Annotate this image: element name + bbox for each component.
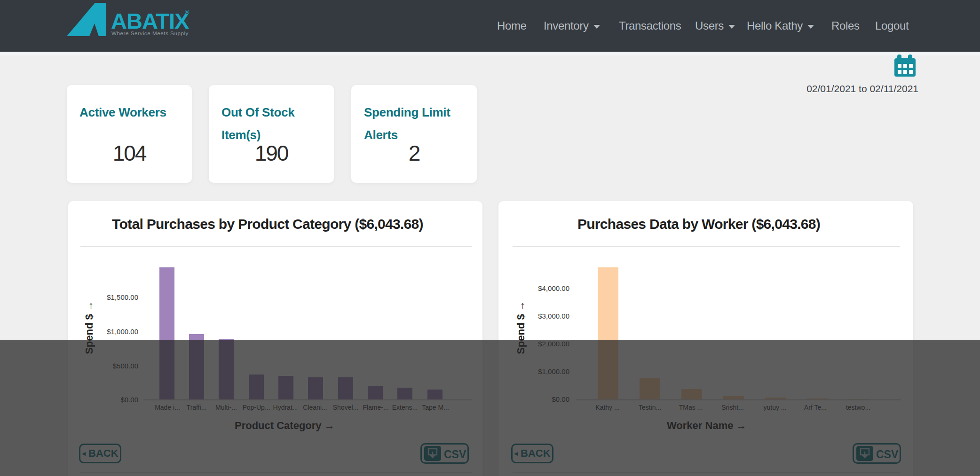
svg-text:®: ® [185,8,190,16]
svg-text:ABATIX: ABATIX [111,8,189,33]
svg-text:Where Service Meets Supply: Where Service Meets Supply [111,31,189,36]
